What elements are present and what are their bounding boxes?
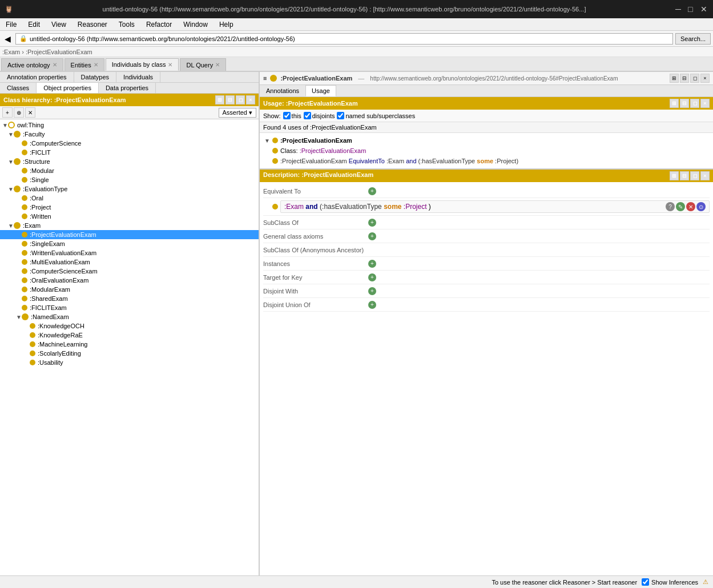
equiv-btn-edit[interactable]: ✎ <box>676 202 685 211</box>
tab-entities[interactable]: Entities ✕ <box>65 58 104 71</box>
prop-tab-data-properties[interactable]: Data properties <box>99 83 156 93</box>
tab-active-ontology[interactable]: Active ontology ✕ <box>1 58 63 71</box>
instances-add[interactable]: + <box>368 260 376 268</box>
tree-item-oraleval[interactable]: :OralEvaluationExam <box>0 276 259 285</box>
menu-reasoner[interactable]: Reasoner <box>74 19 111 30</box>
general-axioms-add[interactable]: + <box>368 232 376 240</box>
usage-row-0[interactable]: ▼ :ProjectEvaluationExam <box>263 135 710 146</box>
entity-icon-1[interactable]: ⊞ <box>670 74 679 83</box>
tree-item-project[interactable]: :Project <box>0 203 259 212</box>
tab-active-ontology-close[interactable]: ✕ <box>53 62 57 68</box>
check-this-input[interactable] <box>283 112 291 119</box>
disjoint-with-add[interactable]: + <box>368 287 376 295</box>
tree-item-usability[interactable]: :Usability <box>0 358 259 367</box>
tree-item-structure[interactable]: ▼ :Structure <box>0 157 259 166</box>
disjoint-union-add[interactable]: + <box>368 301 376 309</box>
tab-annotations[interactable]: Annotations <box>260 85 305 96</box>
tree-item-multieval[interactable]: :MultiEvaluationExam <box>0 257 259 267</box>
tree-item-modular[interactable]: :Modular <box>0 166 259 175</box>
asserted-dropdown[interactable]: Asserted ▾ <box>219 108 256 118</box>
tree-item-knowledgerae[interactable]: :KnowledgeRaE <box>0 331 259 340</box>
remove-class-button[interactable]: ✕ <box>25 107 35 118</box>
u-icon-2[interactable]: ⊟ <box>680 99 689 108</box>
checkbox-show-inferences[interactable]: Show Inferences <box>642 578 698 586</box>
class-tree[interactable]: ▼ owl:Thing ▼ :Faculty :ComputerScience … <box>0 119 259 575</box>
tree-item-singleexam[interactable]: :SingleExam <box>0 239 259 248</box>
d-icon-2[interactable]: ⊟ <box>680 171 689 180</box>
u-icon-1[interactable]: ⊞ <box>670 99 679 108</box>
tree-item-modularexam[interactable]: :ModularExam <box>0 285 259 294</box>
check-disjoints[interactable]: disjoints <box>304 112 335 119</box>
tab-entities-close[interactable]: ✕ <box>94 62 98 68</box>
menu-refactor[interactable]: Refactor <box>143 19 175 30</box>
equiv-btn-q[interactable]: ? <box>666 202 675 211</box>
tree-item-computerscience[interactable]: :ComputerScience <box>0 139 259 148</box>
menu-view[interactable]: View <box>48 19 70 30</box>
tree-item-knowledgeoch[interactable]: :KnowledgeOCH <box>0 321 259 331</box>
tree-item-namedexam[interactable]: ▼ :NamedExam <box>0 312 259 321</box>
tree-item-projeval[interactable]: :ProjectEvaluationExam <box>0 230 259 239</box>
check-named[interactable]: named sub/superclasses <box>337 112 415 119</box>
equiv-btn-link[interactable]: ⊙ <box>696 202 706 211</box>
tab-individuals-by-class[interactable]: Individuals by class ✕ <box>106 58 179 71</box>
entity-icon-4[interactable]: × <box>700 74 710 83</box>
subclass-add[interactable]: + <box>368 219 376 227</box>
sub-tab-individuals[interactable]: Individuals <box>116 72 160 82</box>
show-inferences-checkbox[interactable] <box>642 578 649 586</box>
add-subclass-button[interactable]: ⊕ <box>14 107 24 118</box>
tab-dl-query[interactable]: DL Query ✕ <box>180 58 226 71</box>
minimize-button[interactable]: ─ <box>675 5 683 13</box>
tree-item-owlthing[interactable]: ▼ owl:Thing <box>0 120 259 130</box>
check-named-input[interactable] <box>337 112 344 119</box>
sub-tab-datatypes[interactable]: Datatypes <box>74 72 117 82</box>
prop-tab-object-properties[interactable]: Object properties <box>37 83 99 93</box>
tree-item-exam[interactable]: ▼ :Exam <box>0 221 259 230</box>
h-icon-1[interactable]: ⊞ <box>215 95 224 104</box>
h-icon-3[interactable]: ◻ <box>236 95 245 104</box>
menu-help[interactable]: Help <box>216 19 237 30</box>
search-button[interactable]: Search... <box>675 33 711 45</box>
add-class-button[interactable]: + <box>2 107 13 118</box>
d-icon-1[interactable]: ⊞ <box>670 171 679 180</box>
check-this[interactable]: this <box>283 112 301 119</box>
usage-row-2[interactable]: :ProjectEvaluationExam EquivalentTo :Exa… <box>263 156 710 166</box>
tree-item-ficlitexam[interactable]: :FICLITExam <box>0 303 259 312</box>
d-icon-4[interactable]: × <box>700 171 710 180</box>
menu-tools[interactable]: Tools <box>115 19 138 30</box>
tree-item-writteneval[interactable]: :WrittenEvaluationExam <box>0 248 259 257</box>
h-icon-2[interactable]: ⊟ <box>225 95 235 104</box>
menu-window[interactable]: Window <box>180 19 211 30</box>
tree-item-csexam[interactable]: :ComputerScienceExam <box>0 267 259 276</box>
equiv-to-add[interactable]: + <box>368 187 376 195</box>
tab-individuals-close[interactable]: ✕ <box>168 62 172 68</box>
header-collapse-icon[interactable]: ≡ <box>263 75 267 82</box>
tree-item-scolarlyediting[interactable]: :ScolarlyEditing <box>0 349 259 358</box>
tree-item-sharedexam[interactable]: :SharedExam <box>0 294 259 303</box>
prop-tab-classes[interactable]: Classes <box>0 83 37 93</box>
tree-item-machinelearning[interactable]: :MachineLearning <box>0 340 259 349</box>
url-bar[interactable]: 🔒 untitled-ontology-56 (http://www.seman… <box>15 33 673 45</box>
tree-item-written[interactable]: :Written <box>0 212 259 221</box>
usage-row-1[interactable]: Class: :ProjectEvaluationExam <box>263 146 710 156</box>
menu-file[interactable]: File <box>2 19 20 30</box>
entity-icon-3[interactable]: ◻ <box>690 74 699 83</box>
u-icon-3[interactable]: ◻ <box>690 99 699 108</box>
maximize-button[interactable]: □ <box>688 5 696 13</box>
tree-item-ficlit[interactable]: :FICLIT <box>0 148 259 157</box>
tree-item-evaltype[interactable]: ▼ :EvaluationType <box>0 184 259 194</box>
tab-dl-query-close[interactable]: ✕ <box>215 62 220 68</box>
close-button[interactable]: ✕ <box>700 5 708 13</box>
tree-item-faculty[interactable]: ▼ :Faculty <box>0 130 259 139</box>
sub-tab-annotation[interactable]: Annotation properties <box>0 72 74 82</box>
menu-edit[interactable]: Edit <box>25 19 43 30</box>
tab-usage[interactable]: Usage <box>305 85 336 96</box>
target-key-add[interactable]: + <box>368 273 376 281</box>
tree-item-oral[interactable]: :Oral <box>0 194 259 203</box>
tree-item-single[interactable]: :Single <box>0 175 259 184</box>
h-icon-4[interactable]: × <box>246 95 255 104</box>
entity-icon-2[interactable]: ⊟ <box>680 74 689 83</box>
d-icon-3[interactable]: ◻ <box>690 171 699 180</box>
back-button[interactable]: ◀ <box>2 33 13 45</box>
equiv-btn-del[interactable]: ✕ <box>686 202 695 211</box>
u-icon-4[interactable]: × <box>700 99 710 108</box>
